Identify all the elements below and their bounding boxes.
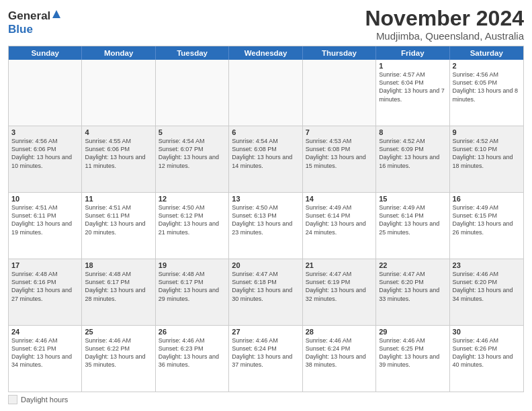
calendar-cell: 7Sunrise: 4:53 AM Sunset: 6:08 PM Daylig… bbox=[303, 126, 376, 192]
logo-blue: Blue bbox=[8, 23, 33, 36]
calendar-cell: 11Sunrise: 4:51 AM Sunset: 6:11 PM Dayli… bbox=[82, 193, 155, 259]
day-info: Sunrise: 4:49 AM Sunset: 6:14 PM Dayligh… bbox=[379, 203, 446, 236]
day-info: Sunrise: 4:47 AM Sunset: 6:18 PM Dayligh… bbox=[232, 270, 299, 303]
calendar-cell: 13Sunrise: 4:50 AM Sunset: 6:13 PM Dayli… bbox=[229, 193, 302, 259]
day-info: Sunrise: 4:48 AM Sunset: 6:17 PM Dayligh… bbox=[85, 270, 152, 303]
calendar-cell: 22Sunrise: 4:47 AM Sunset: 6:20 PM Dayli… bbox=[376, 259, 449, 325]
calendar-cell: 3Sunrise: 4:56 AM Sunset: 6:06 PM Daylig… bbox=[9, 126, 82, 192]
day-info: Sunrise: 4:49 AM Sunset: 6:14 PM Dayligh… bbox=[306, 203, 373, 236]
day-number: 22 bbox=[379, 261, 446, 269]
calendar-body: 1Sunrise: 4:57 AM Sunset: 6:04 PM Daylig… bbox=[9, 60, 523, 392]
calendar-cell: 8Sunrise: 4:52 AM Sunset: 6:09 PM Daylig… bbox=[376, 126, 449, 192]
calendar-cell: 26Sunrise: 4:46 AM Sunset: 6:23 PM Dayli… bbox=[156, 326, 229, 392]
day-number: 9 bbox=[453, 128, 521, 136]
calendar-cell: 6Sunrise: 4:54 AM Sunset: 6:08 PM Daylig… bbox=[229, 126, 302, 192]
day-number: 6 bbox=[232, 128, 299, 136]
calendar-header-cell: Sunday bbox=[9, 46, 82, 60]
calendar-cell: 24Sunrise: 4:46 AM Sunset: 6:21 PM Dayli… bbox=[9, 326, 82, 392]
calendar-cell: 1Sunrise: 4:57 AM Sunset: 6:04 PM Daylig… bbox=[376, 60, 449, 126]
day-info: Sunrise: 4:46 AM Sunset: 6:22 PM Dayligh… bbox=[85, 336, 152, 369]
day-info: Sunrise: 4:57 AM Sunset: 6:04 PM Dayligh… bbox=[379, 71, 446, 103]
day-info: Sunrise: 4:53 AM Sunset: 6:08 PM Dayligh… bbox=[306, 137, 373, 170]
calendar-cell bbox=[303, 60, 376, 126]
calendar-cell bbox=[156, 60, 229, 126]
logo-triangle-icon bbox=[51, 9, 62, 19]
calendar-header-cell: Friday bbox=[376, 46, 449, 60]
calendar-header-cell: Tuesday bbox=[156, 46, 229, 60]
day-number: 10 bbox=[11, 195, 79, 203]
day-number: 8 bbox=[379, 128, 446, 136]
calendar-cell: 25Sunrise: 4:46 AM Sunset: 6:22 PM Dayli… bbox=[82, 326, 155, 392]
day-info: Sunrise: 4:48 AM Sunset: 6:17 PM Dayligh… bbox=[159, 270, 226, 303]
calendar-cell bbox=[9, 60, 82, 126]
day-number: 27 bbox=[232, 328, 299, 336]
calendar-cell: 20Sunrise: 4:47 AM Sunset: 6:18 PM Dayli… bbox=[229, 259, 302, 325]
day-number: 28 bbox=[306, 328, 373, 336]
legend-box bbox=[8, 395, 17, 404]
calendar-cell bbox=[82, 60, 155, 126]
calendar-header-cell: Wednesday bbox=[229, 46, 302, 60]
calendar-cell bbox=[229, 60, 302, 126]
day-info: Sunrise: 4:54 AM Sunset: 6:08 PM Dayligh… bbox=[232, 137, 299, 170]
day-info: Sunrise: 4:49 AM Sunset: 6:15 PM Dayligh… bbox=[453, 203, 521, 236]
day-number: 1 bbox=[379, 62, 446, 70]
day-info: Sunrise: 4:46 AM Sunset: 6:23 PM Dayligh… bbox=[159, 336, 226, 369]
calendar-header-cell: Saturday bbox=[450, 46, 523, 60]
day-info: Sunrise: 4:54 AM Sunset: 6:07 PM Dayligh… bbox=[159, 137, 226, 170]
day-number: 3 bbox=[11, 128, 79, 136]
logo-general: General bbox=[8, 9, 50, 23]
calendar-cell: 17Sunrise: 4:48 AM Sunset: 6:16 PM Dayli… bbox=[9, 259, 82, 325]
header: General Blue November 2024 Mudjimba, Que… bbox=[8, 7, 524, 42]
day-number: 4 bbox=[85, 128, 152, 136]
day-info: Sunrise: 4:47 AM Sunset: 6:20 PM Dayligh… bbox=[379, 270, 446, 303]
day-info: Sunrise: 4:48 AM Sunset: 6:16 PM Dayligh… bbox=[11, 270, 79, 303]
day-info: Sunrise: 4:50 AM Sunset: 6:12 PM Dayligh… bbox=[159, 203, 226, 236]
day-info: Sunrise: 4:47 AM Sunset: 6:19 PM Dayligh… bbox=[306, 270, 373, 303]
logo: General Blue bbox=[8, 7, 62, 36]
title-block: November 2024 Mudjimba, Queensland, Aust… bbox=[365, 7, 524, 42]
calendar-row: 17Sunrise: 4:48 AM Sunset: 6:16 PM Dayli… bbox=[9, 259, 523, 325]
day-number: 16 bbox=[453, 195, 521, 203]
day-info: Sunrise: 4:55 AM Sunset: 6:06 PM Dayligh… bbox=[85, 137, 152, 170]
day-number: 17 bbox=[11, 261, 79, 269]
svg-marker-0 bbox=[52, 10, 60, 18]
day-info: Sunrise: 4:46 AM Sunset: 6:25 PM Dayligh… bbox=[379, 336, 446, 369]
calendar-cell: 15Sunrise: 4:49 AM Sunset: 6:14 PM Dayli… bbox=[376, 193, 449, 259]
calendar-cell: 16Sunrise: 4:49 AM Sunset: 6:15 PM Dayli… bbox=[450, 193, 523, 259]
calendar-cell: 14Sunrise: 4:49 AM Sunset: 6:14 PM Dayli… bbox=[303, 193, 376, 259]
day-number: 5 bbox=[159, 128, 226, 136]
day-info: Sunrise: 4:46 AM Sunset: 6:21 PM Dayligh… bbox=[11, 336, 79, 369]
calendar-cell: 10Sunrise: 4:51 AM Sunset: 6:11 PM Dayli… bbox=[9, 193, 82, 259]
day-info: Sunrise: 4:56 AM Sunset: 6:06 PM Dayligh… bbox=[11, 137, 79, 170]
day-info: Sunrise: 4:46 AM Sunset: 6:20 PM Dayligh… bbox=[453, 270, 521, 303]
day-number: 25 bbox=[85, 328, 152, 336]
day-info: Sunrise: 4:51 AM Sunset: 6:11 PM Dayligh… bbox=[85, 203, 152, 236]
calendar-cell: 18Sunrise: 4:48 AM Sunset: 6:17 PM Dayli… bbox=[82, 259, 155, 325]
calendar-header-cell: Thursday bbox=[303, 46, 376, 60]
calendar-cell: 28Sunrise: 4:46 AM Sunset: 6:24 PM Dayli… bbox=[303, 326, 376, 392]
day-info: Sunrise: 4:56 AM Sunset: 6:05 PM Dayligh… bbox=[453, 71, 521, 103]
day-info: Sunrise: 4:50 AM Sunset: 6:13 PM Dayligh… bbox=[232, 203, 299, 236]
calendar-header-cell: Monday bbox=[82, 46, 155, 60]
day-number: 26 bbox=[159, 328, 226, 336]
page-subtitle: Mudjimba, Queensland, Australia bbox=[365, 30, 524, 42]
day-number: 12 bbox=[159, 195, 226, 203]
day-info: Sunrise: 4:52 AM Sunset: 6:10 PM Dayligh… bbox=[453, 137, 521, 170]
calendar-row: 24Sunrise: 4:46 AM Sunset: 6:21 PM Dayli… bbox=[9, 325, 523, 392]
calendar-cell: 27Sunrise: 4:46 AM Sunset: 6:24 PM Dayli… bbox=[229, 326, 302, 392]
day-info: Sunrise: 4:46 AM Sunset: 6:24 PM Dayligh… bbox=[232, 336, 299, 369]
calendar-cell: 9Sunrise: 4:52 AM Sunset: 6:10 PM Daylig… bbox=[450, 126, 523, 192]
legend: Daylight hours bbox=[8, 395, 524, 404]
day-number: 24 bbox=[11, 328, 79, 336]
day-number: 2 bbox=[453, 62, 521, 70]
page-title: November 2024 bbox=[365, 7, 524, 30]
day-number: 30 bbox=[453, 328, 521, 336]
calendar-cell: 29Sunrise: 4:46 AM Sunset: 6:25 PM Dayli… bbox=[376, 326, 449, 392]
day-number: 18 bbox=[85, 261, 152, 269]
legend-label: Daylight hours bbox=[21, 396, 68, 404]
calendar-cell: 30Sunrise: 4:46 AM Sunset: 6:26 PM Dayli… bbox=[450, 326, 523, 392]
page: General Blue November 2024 Mudjimba, Que… bbox=[0, 0, 532, 411]
day-number: 19 bbox=[159, 261, 226, 269]
day-info: Sunrise: 4:52 AM Sunset: 6:09 PM Dayligh… bbox=[379, 137, 446, 170]
day-number: 7 bbox=[306, 128, 373, 136]
